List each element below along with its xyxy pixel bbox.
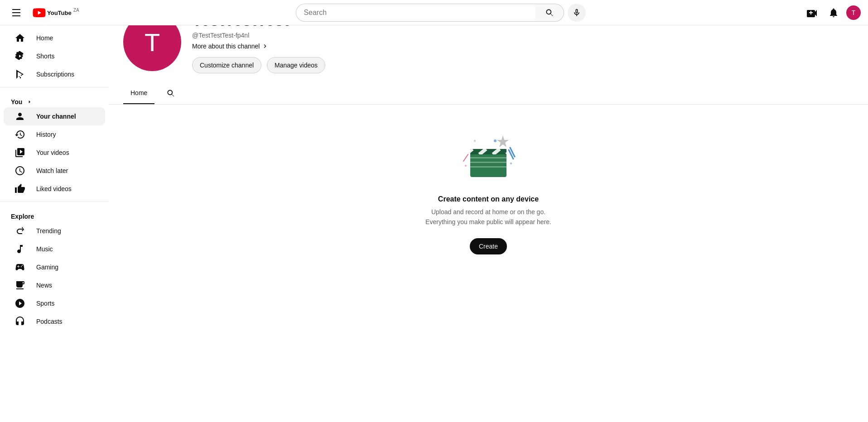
svg-point-18 [494, 139, 497, 142]
sidebar-item-music[interactable]: Music [4, 240, 105, 258]
search-icon [545, 8, 554, 17]
sidebar-item-label: Trending [36, 227, 61, 235]
tab-home[interactable]: Home [123, 82, 154, 104]
explore-label: Explore [11, 213, 34, 220]
svg-point-19 [510, 163, 512, 164]
search-form [296, 4, 564, 22]
channel-more-label: More about this channel [192, 43, 260, 50]
empty-subtitle-line1: Upload and record at home or on the go. [431, 208, 545, 216]
tab-home-label: Home [130, 89, 147, 96]
create-icon [806, 7, 817, 18]
shorts-icon [14, 51, 25, 62]
menu-button[interactable] [7, 4, 25, 22]
empty-state-illustration [461, 132, 516, 186]
empty-state-title: Create content on any device [438, 195, 539, 203]
sidebar-item-your-channel[interactable]: Your channel [4, 107, 105, 125]
sidebar-item-home[interactable]: Home [4, 29, 105, 47]
sidebar-item-subscriptions[interactable]: Subscriptions [4, 65, 105, 83]
create-button[interactable]: Create [470, 238, 507, 254]
channel-more-link[interactable]: More about this channel [192, 43, 325, 50]
home-icon [14, 33, 25, 43]
sidebar-item-gaming[interactable]: Gaming [4, 258, 105, 276]
sidebar-item-label: Subscriptions [36, 71, 74, 78]
svg-point-20 [465, 165, 467, 167]
sidebar-item-history[interactable]: History [4, 125, 105, 144]
liked-icon [14, 183, 25, 194]
svg-text:YouTube: YouTube [47, 10, 72, 16]
notifications-button[interactable] [825, 4, 843, 22]
watch-later-icon [14, 165, 25, 176]
news-icon [14, 280, 25, 282]
header-left: YouTube ZA [7, 4, 79, 22]
channel-actions: Customize channel Manage videos [192, 57, 325, 73]
header-center [296, 4, 586, 22]
svg-rect-2 [470, 157, 506, 158]
video-icon [14, 147, 25, 158]
manage-videos-button[interactable]: Manage videos [267, 57, 325, 73]
gaming-icon [14, 262, 25, 273]
account-icon [14, 111, 25, 122]
youtube-logo[interactable]: YouTube ZA [33, 8, 79, 17]
chevron-right-icon [261, 43, 269, 50]
svg-rect-4 [470, 166, 506, 168]
channel-handle: @TestTestTest-fp4nl [192, 32, 325, 39]
mic-icon [572, 8, 581, 17]
sidebar-item-shorts[interactable]: Shorts [4, 47, 105, 65]
sidebar-item-label: Home [36, 34, 53, 42]
country-badge: ZA [73, 8, 79, 13]
header: YouTube ZA [0, 0, 868, 25]
empty-illustration [461, 132, 516, 186]
history-icon [14, 129, 25, 140]
music-icon [14, 244, 25, 254]
trending-icon [14, 225, 25, 236]
empty-state: Create content on any device Upload and … [109, 105, 868, 282]
mic-button[interactable] [568, 4, 586, 22]
sidebar-item-label: History [36, 131, 56, 138]
empty-state-subtitle: Upload and record at home or on the go. … [425, 207, 551, 227]
you-label: You [11, 98, 22, 106]
sidebar-item-label: Your channel [36, 113, 76, 120]
sidebar-item-trending[interactable]: Trending [4, 222, 105, 240]
header-right: T [803, 4, 861, 22]
sidebar-item-label: Shorts [36, 53, 54, 60]
svg-rect-3 [470, 162, 506, 163]
tab-search-icon [166, 89, 175, 98]
you-chevron-icon [26, 98, 33, 106]
channel-tabs: Home [109, 82, 868, 105]
empty-subtitle-line2: Everything you make public will appear h… [425, 218, 551, 225]
sidebar-item-watch-later[interactable]: Watch later [4, 162, 105, 180]
svg-rect-1 [470, 152, 506, 177]
create-video-button[interactable] [803, 4, 821, 22]
channel-search-button[interactable] [162, 84, 180, 102]
customize-channel-button[interactable]: Customize channel [192, 57, 261, 73]
sidebar-item-your-videos[interactable]: Your videos [4, 144, 105, 162]
sidebar-item-label: Gaming [36, 264, 58, 271]
user-avatar[interactable]: T [846, 5, 861, 20]
subscriptions-icon [14, 69, 25, 80]
search-button[interactable] [535, 4, 564, 22]
sidebar-item-label: Liked videos [36, 185, 72, 192]
sidebar-divider-2 [0, 201, 109, 202]
svg-line-17 [463, 154, 468, 161]
youtube-logo-svg: YouTube [33, 8, 73, 17]
you-section-title[interactable]: You [0, 91, 109, 107]
explore-section-title: Explore [0, 206, 109, 222]
sidebar-item-news[interactable]: News [4, 276, 105, 282]
svg-point-21 [474, 140, 476, 142]
hamburger-icon [12, 9, 20, 16]
sidebar-item-label: Watch later [36, 167, 68, 174]
search-input[interactable] [296, 4, 535, 22]
sidebar-item-label: Your videos [36, 149, 69, 156]
sidebar: Home Shorts Subscriptions You Your chann… [0, 25, 109, 282]
sidebar-divider-1 [0, 87, 109, 87]
sidebar-item-label: Music [36, 245, 53, 253]
sidebar-item-liked-videos[interactable]: Liked videos [4, 180, 105, 198]
bell-icon [828, 7, 839, 18]
main-content: T TestTestTest @TestTestTest-fp4nl More … [109, 0, 868, 282]
svg-marker-14 [497, 135, 509, 147]
